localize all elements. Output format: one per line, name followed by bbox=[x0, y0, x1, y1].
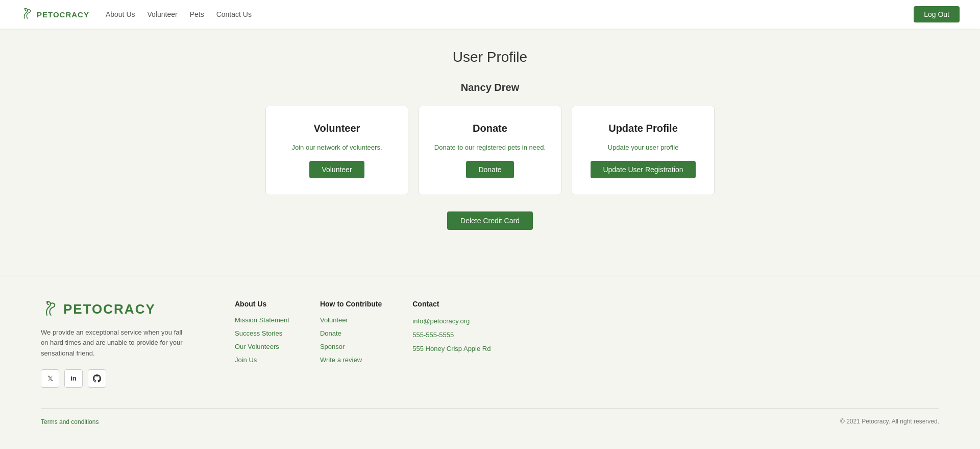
footer-contact-details: info@petocracy.org 555-555-5555 555 Hone… bbox=[412, 315, 491, 355]
linkedin-icon[interactable]: in bbox=[64, 369, 83, 388]
svg-point-0 bbox=[24, 8, 26, 10]
footer-contact-address: 555 Honey Crisp Apple Rd bbox=[412, 343, 491, 355]
update-profile-card-desc: Update your user profile bbox=[608, 143, 679, 153]
update-user-registration-button[interactable]: Update User Registration bbox=[591, 161, 695, 178]
footer-contribute-links: Volunteer Donate Sponsor Write a review bbox=[320, 315, 382, 364]
cards-row: Volunteer Join our network of volunteers… bbox=[255, 106, 725, 195]
nav-volunteer[interactable]: Volunteer bbox=[148, 10, 178, 18]
navigation: PETOCRACY About Us Volunteer Pets Contac… bbox=[0, 0, 980, 29]
svg-point-1 bbox=[46, 301, 48, 303]
footer-about-links: Mission Statement Success Stories Our Vo… bbox=[235, 315, 289, 364]
nav-pets[interactable]: Pets bbox=[190, 10, 204, 18]
volunteer-card: Volunteer Join our network of volunteers… bbox=[265, 106, 408, 195]
nav-left: PETOCRACY About Us Volunteer Pets Contac… bbox=[20, 7, 252, 21]
footer-about-heading: About Us bbox=[235, 300, 289, 308]
footer-bottom: Terms and conditions © 2021 Petocracy. A… bbox=[41, 408, 939, 426]
footer-contact-heading: Contact bbox=[412, 300, 491, 308]
logo-text: PETOCRACY bbox=[37, 10, 89, 19]
page-title: User Profile bbox=[255, 49, 725, 65]
footer-success-stories-link[interactable]: Success Stories bbox=[235, 329, 282, 337]
footer-donate-link[interactable]: Donate bbox=[320, 329, 341, 337]
footer-col-contribute: How to Contribute Volunteer Donate Spons… bbox=[320, 300, 382, 388]
terms-link[interactable]: Terms and conditions bbox=[41, 418, 99, 426]
footer-logo: PETOCRACY bbox=[41, 300, 204, 319]
footer-review-link[interactable]: Write a review bbox=[320, 356, 362, 364]
twitter-icon[interactable]: 𝕏 bbox=[41, 369, 59, 388]
footer-terms: Terms and conditions bbox=[41, 417, 99, 426]
footer-copyright: © 2021 Petocracy. All right reserved. bbox=[840, 418, 939, 425]
footer-top: PETOCRACY We provide an exceptional serv… bbox=[41, 300, 939, 388]
user-name: Nancy Drew bbox=[255, 82, 725, 93]
footer-contribute-heading: How to Contribute bbox=[320, 300, 382, 308]
footer: PETOCRACY We provide an exceptional serv… bbox=[0, 275, 980, 442]
footer-col-about: About Us Mission Statement Success Stori… bbox=[235, 300, 289, 388]
github-icon[interactable] bbox=[88, 369, 106, 388]
footer-contact-phone: 555-555-5555 bbox=[412, 329, 491, 341]
footer-logo-text: PETOCRACY bbox=[63, 301, 156, 317]
footer-join-us-link[interactable]: Join Us bbox=[235, 356, 257, 364]
nav-links: About Us Volunteer Pets Contact Us bbox=[106, 10, 252, 19]
footer-logo-icon bbox=[41, 300, 60, 319]
update-profile-card-title: Update Profile bbox=[608, 123, 678, 134]
nav-about[interactable]: About Us bbox=[106, 10, 135, 18]
volunteer-card-title: Volunteer bbox=[314, 123, 360, 134]
footer-brand: PETOCRACY We provide an exceptional serv… bbox=[41, 300, 204, 388]
volunteer-button[interactable]: Volunteer bbox=[309, 161, 364, 178]
donate-card-title: Donate bbox=[473, 123, 507, 134]
footer-columns: About Us Mission Statement Success Stori… bbox=[235, 300, 939, 388]
footer-col-contact: Contact info@petocracy.org 555-555-5555 … bbox=[412, 300, 491, 388]
donate-button[interactable]: Donate bbox=[466, 161, 513, 178]
footer-contact-email: info@petocracy.org bbox=[412, 315, 491, 327]
logo-link[interactable]: PETOCRACY bbox=[20, 7, 89, 21]
footer-volunteer-link[interactable]: Volunteer bbox=[320, 316, 348, 324]
delete-credit-card-section: Delete Credit Card bbox=[255, 211, 725, 230]
update-profile-card: Update Profile Update your user profile … bbox=[572, 106, 715, 195]
delete-credit-card-button[interactable]: Delete Credit Card bbox=[447, 211, 533, 230]
footer-description: We provide an exceptional service when y… bbox=[41, 327, 184, 359]
main-content: User Profile Nancy Drew Volunteer Join o… bbox=[245, 29, 735, 275]
logout-button[interactable]: Log Out bbox=[914, 6, 960, 22]
footer-sponsor-link[interactable]: Sponsor bbox=[320, 343, 345, 350]
footer-our-volunteers-link[interactable]: Our Volunteers bbox=[235, 343, 279, 350]
nav-contact[interactable]: Contact Us bbox=[216, 10, 252, 18]
logo-icon bbox=[20, 7, 35, 21]
footer-mission-link[interactable]: Mission Statement bbox=[235, 316, 289, 324]
volunteer-card-desc: Join our network of volunteers. bbox=[291, 143, 382, 153]
social-icons: 𝕏 in bbox=[41, 369, 204, 388]
donate-card: Donate Donate to our registered pets in … bbox=[419, 106, 561, 195]
donate-card-desc: Donate to our registered pets in need. bbox=[434, 143, 546, 153]
